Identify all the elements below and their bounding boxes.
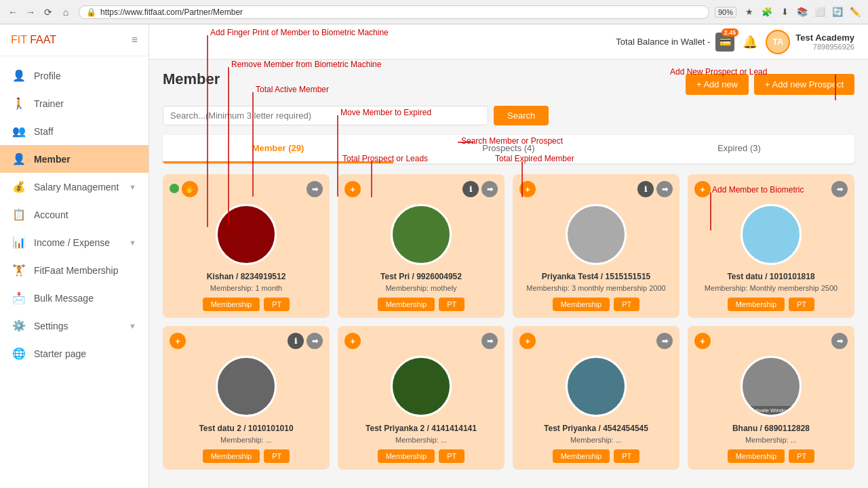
- add-prospect-button[interactable]: + Add new Prospect: [754, 74, 854, 95]
- membership-button[interactable]: Membership: [203, 298, 260, 311]
- add-button[interactable]: +: [519, 181, 536, 197]
- exit-button[interactable]: ➡: [831, 333, 848, 349]
- content-area: Member + Add new + Add new Prospect Sear…: [149, 60, 868, 488]
- sidebar-item-fitfaat[interactable]: 🏋️ FitFaat Membership: [0, 256, 149, 284]
- sidebar-item-label: FitFaat Membership: [34, 265, 118, 276]
- card-top: + ➡: [338, 326, 505, 356]
- membership-info: Membership: 3 monthly membership 2000: [519, 284, 673, 292]
- member-avatar: [391, 356, 452, 417]
- add-button[interactable]: +: [344, 181, 361, 197]
- downloads-btn[interactable]: ⬇: [777, 5, 792, 20]
- sidebar-item-label: Settings: [34, 321, 68, 331]
- pt-button[interactable]: PT: [264, 298, 290, 311]
- exit-button[interactable]: ➡: [831, 181, 848, 197]
- search-input[interactable]: [170, 110, 481, 121]
- exit-button[interactable]: ➡: [656, 333, 673, 349]
- sidebar-item-member[interactable]: 👤 Member: [0, 145, 149, 173]
- edit-btn[interactable]: ✏️: [848, 5, 863, 20]
- pt-button[interactable]: PT: [439, 449, 465, 463]
- card-top: + ℹ ➡: [338, 174, 505, 204]
- tab-btn[interactable]: ⬜: [812, 5, 827, 20]
- exit-button[interactable]: ➡: [481, 333, 498, 349]
- sidebar-item-trainer[interactable]: 🚶 Trainer: [0, 89, 149, 117]
- sidebar-item-bulk[interactable]: 📩 Bulk Message: [0, 284, 149, 312]
- account-icon: 📋: [12, 208, 26, 221]
- extensions-btn[interactable]: 🧩: [760, 5, 774, 20]
- sidebar-item-profile[interactable]: 👤 Profile: [0, 62, 149, 89]
- exit-button[interactable]: ➡: [656, 181, 673, 197]
- sidebar-item-account[interactable]: 📋 Account: [0, 201, 149, 228]
- exit-button[interactable]: ➡: [307, 333, 323, 349]
- home-button[interactable]: ⌂: [58, 5, 73, 20]
- info-icon[interactable]: ℹ: [288, 333, 304, 349]
- pt-button[interactable]: PT: [614, 449, 639, 463]
- main-area: Total Balance in Wallet - 💳 2.45 🔔 TA Te…: [149, 24, 868, 488]
- user-phone: 7898956926: [795, 43, 854, 51]
- sync-btn[interactable]: 🔄: [830, 5, 845, 20]
- card-top: + ℹ ➡: [513, 174, 679, 204]
- sidebar-item-income[interactable]: 📊 Income / Expense ▼: [0, 228, 149, 256]
- sidebar-item-label: Income / Expense: [34, 237, 110, 248]
- wallet-badge: 2.45: [722, 28, 739, 37]
- pt-button[interactable]: PT: [789, 449, 814, 463]
- back-button[interactable]: ←: [5, 5, 20, 20]
- membership-button[interactable]: Membership: [553, 449, 610, 463]
- bell-icon[interactable]: 🔔: [743, 35, 757, 49]
- tab-expired[interactable]: Expired (3): [624, 135, 854, 163]
- address-bar[interactable]: 🔒 https://www.fitfaat.com/Partner/Member: [79, 5, 709, 19]
- member-name: Test datu 2 / 1010101010: [170, 424, 323, 433]
- card-body: Bhanu / 6890112828 Membership: ... Membe…: [688, 424, 854, 470]
- add-new-button[interactable]: + Add new: [686, 74, 749, 95]
- add-button[interactable]: +: [519, 333, 536, 349]
- sidebar-item-starter[interactable]: 🌐 Starter page: [0, 340, 149, 367]
- add-biometric-button[interactable]: 🖐: [182, 181, 198, 197]
- membership-button[interactable]: Membership: [378, 298, 435, 311]
- staff-icon: 👥: [12, 125, 26, 138]
- membership-button[interactable]: Membership: [553, 298, 610, 311]
- pt-button[interactable]: PT: [439, 298, 465, 311]
- member-avatar: [216, 356, 277, 417]
- user-name: Test Academy: [795, 33, 854, 43]
- add-button[interactable]: +: [694, 181, 711, 197]
- membership-info: Membership: Monthly membership 2500: [694, 284, 848, 292]
- hamburger-icon[interactable]: ≡: [132, 34, 138, 46]
- pt-button[interactable]: PT: [789, 298, 814, 311]
- trainer-icon: 🚶: [12, 97, 26, 110]
- member-name: Kishan / 8234919512: [170, 272, 323, 281]
- forward-button[interactable]: →: [23, 5, 38, 20]
- top-header: Total Balance in Wallet - 💳 2.45 🔔 TA Te…: [149, 24, 868, 60]
- add-button[interactable]: +: [694, 333, 711, 349]
- logo: FIT FAAT: [11, 34, 56, 46]
- membership-button[interactable]: Membership: [378, 449, 435, 463]
- card-top: + ℹ ➡: [163, 326, 330, 356]
- search-button[interactable]: Search: [494, 106, 549, 125]
- info-button[interactable]: ➡: [307, 181, 323, 197]
- exit-button[interactable]: ➡: [481, 181, 498, 197]
- tab-prospects[interactable]: Prospects (4): [393, 135, 624, 163]
- pt-button[interactable]: PT: [264, 449, 290, 463]
- bookmark-btn[interactable]: ★: [742, 5, 757, 20]
- pt-button[interactable]: PT: [614, 298, 639, 311]
- member-avatar: [216, 204, 277, 265]
- member-name: Priyanka Test4 / 1515151515: [519, 272, 673, 281]
- membership-button[interactable]: Membership: [203, 449, 260, 463]
- info-icon[interactable]: ℹ: [637, 181, 654, 197]
- add-button[interactable]: +: [170, 333, 186, 349]
- user-avatar-wrap[interactable]: TA Test Academy 7898956926: [766, 30, 854, 54]
- add-button[interactable]: +: [344, 333, 361, 349]
- sidebar-item-label: Staff: [34, 126, 54, 137]
- sidebar-item-salary[interactable]: 💰 Salary Management ▼: [0, 173, 149, 201]
- membership-button[interactable]: Membership: [728, 298, 785, 311]
- refresh-button[interactable]: ⟳: [41, 5, 56, 20]
- membership-info: Membership: ...: [519, 436, 673, 444]
- history-btn[interactable]: 📚: [795, 5, 810, 20]
- member-avatar: [566, 356, 627, 417]
- info-icon[interactable]: ℹ: [462, 181, 479, 197]
- tab-member[interactable]: Member (29): [163, 135, 393, 163]
- card-top: + ➡: [688, 174, 854, 204]
- member-card: + ➡ Activate Windows Bhanu / 6890112828 …: [688, 326, 854, 470]
- sidebar-item-staff[interactable]: 👥 Staff: [0, 117, 149, 145]
- sidebar-item-settings[interactable]: ⚙️ Settings ▼: [0, 312, 149, 340]
- membership-button[interactable]: Membership: [728, 449, 785, 463]
- card-body: Test datu 2 / 1010101010 Membership: ...…: [163, 424, 330, 470]
